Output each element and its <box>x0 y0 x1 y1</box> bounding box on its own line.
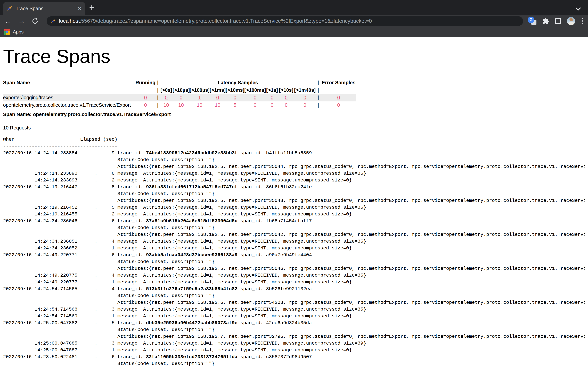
header-running: Running <box>135 79 156 86</box>
latency-count-link[interactable]: 0 <box>180 95 182 100</box>
latency-count-link[interactable]: 10 <box>215 102 220 108</box>
latency-count-link: 0 <box>294 94 316 101</box>
separator: | <box>131 86 135 94</box>
error-count-link: 0 <box>321 101 356 109</box>
separator: | <box>156 94 160 101</box>
latency-count-link: 10 <box>210 101 226 109</box>
page-title: Trace Spans <box>3 46 585 67</box>
running-count-link[interactable]: 0 <box>144 95 147 100</box>
latency-count-link: 0 <box>160 94 173 101</box>
back-button[interactable]: ← <box>4 17 12 25</box>
bucket-label: [>10ms] <box>226 86 244 94</box>
latency-count-link: 0 <box>278 94 294 101</box>
bucket-label: [>1m40s] <box>294 86 316 94</box>
selected-span-label: Span Name: opentelemetry.proto.collector… <box>3 112 585 117</box>
bucket-label: [>10s] <box>278 86 294 94</box>
separator: | <box>156 101 160 109</box>
side-panel-icon[interactable] <box>555 18 561 24</box>
tracez-page: Trace Spans Span Name|Running|Latency Sa… <box>0 46 588 367</box>
latency-count-link: 0 <box>266 94 278 101</box>
running-count-link[interactable]: 0 <box>144 102 147 108</box>
latency-count-link: 10 <box>173 101 190 109</box>
requests-log: When Elapsed (sec) ---------------------… <box>3 136 585 367</box>
latency-count-link: 0 <box>210 94 226 101</box>
trace-id: dbb35e25936a90b4472cabb89073af9e <box>146 320 238 325</box>
latency-count-link[interactable]: 1 <box>198 95 201 100</box>
bucket-label: [>0s] <box>160 86 173 94</box>
bucket-label: [>1ms] <box>210 86 226 94</box>
error-count-link: 0 <box>321 94 356 101</box>
avatar-body <box>568 22 574 25</box>
latency-count-link[interactable]: 0 <box>254 95 256 100</box>
latency-count-link: 0 <box>266 101 278 109</box>
omnibox[interactable]: localhost:55679/debug/tracez?zspanname=o… <box>47 16 523 26</box>
trace-id: 93abb5afcaa0428d37bccee9366188a9 <box>146 252 238 258</box>
extensions-puzzle-icon[interactable] <box>542 17 549 25</box>
bucket-header-row: ||[>0s][>10µs][>100µs][>1ms][>10ms][>100… <box>3 86 356 94</box>
latency-count-link[interactable]: 0 <box>271 102 273 108</box>
separator: | <box>156 86 160 94</box>
tab-search-chevron-icon[interactable] <box>576 5 581 10</box>
apps-shortcut[interactable]: Apps <box>13 29 24 35</box>
tab-close-icon[interactable]: × <box>78 5 82 12</box>
latency-count-link[interactable]: 10 <box>164 102 169 108</box>
toolbar-page-divider <box>0 37 588 37</box>
running-count-link: 0 <box>135 94 156 101</box>
latency-count-link[interactable]: 0 <box>285 95 287 100</box>
span-row: opentelemetry.proto.collector.trace.v1.T… <box>3 101 356 109</box>
latency-count-link: 10 <box>160 101 173 109</box>
translate-icon[interactable]: G <box>528 17 536 25</box>
separator: | <box>316 86 321 94</box>
latency-count-link[interactable]: 0 <box>254 102 256 108</box>
request-count: 10 Requests <box>3 125 585 131</box>
header-span-name: Span Name <box>3 79 131 86</box>
latency-count-link: 1 <box>190 94 210 101</box>
table-header-row: Span Name|Running|Latency Samples|Error … <box>3 79 356 86</box>
running-count-link: 0 <box>135 101 156 109</box>
latency-count-link: 0 <box>226 94 244 101</box>
separator: | <box>156 79 160 86</box>
table-cell <box>3 86 131 94</box>
latency-count-link[interactable]: 0 <box>303 95 306 100</box>
latency-count-link[interactable]: 0 <box>285 102 287 108</box>
latency-count-link[interactable]: 0 <box>233 95 236 100</box>
tab-title: Trace Spans <box>16 6 78 11</box>
separator: | <box>316 79 321 86</box>
separator: | <box>131 101 135 109</box>
browser-toolbar: ← → localhost:55679/debug/tracez?zspanna… <box>0 15 588 27</box>
trace-id: 513b3f1c276a7159c5a2a33b88b4fc82 <box>146 286 238 292</box>
bucket-label: [>100ms] <box>244 86 266 94</box>
latency-count-link[interactable]: 0 <box>216 95 219 100</box>
span-summary-table: Span Name|Running|Latency Samples|Error … <box>3 79 356 109</box>
forward-button[interactable]: → <box>18 17 25 25</box>
separator: | <box>131 79 135 86</box>
latency-count-link[interactable]: 5 <box>233 102 236 108</box>
browser-menu-icon[interactable] <box>581 17 584 25</box>
latency-count-link[interactable]: 0 <box>271 95 273 100</box>
bucket-label: [>100µs] <box>190 86 210 94</box>
table-cell <box>135 86 156 94</box>
latency-count-link: 0 <box>294 101 316 109</box>
bucket-label: [>10µs] <box>173 86 190 94</box>
apps-grid-icon[interactable] <box>4 29 10 35</box>
trace-id: 936fa38fcfed661712ba547f5ed747cf <box>146 184 238 190</box>
bucket-label: [>1s] <box>266 86 278 94</box>
reload-button[interactable] <box>32 18 38 25</box>
header-latency-samples: Latency Samples <box>160 79 316 86</box>
latency-count-link[interactable]: 10 <box>178 102 184 108</box>
tab-strip: Trace Spans × + <box>0 0 588 15</box>
trace-id: 37a81c9b615b204a6e515df533004d5c <box>146 218 238 224</box>
avatar-head <box>570 18 573 21</box>
latency-count-link: 10 <box>190 101 210 109</box>
error-count-link[interactable]: 0 <box>337 102 340 108</box>
profile-avatar[interactable] <box>567 17 575 25</box>
browser-tab[interactable]: Trace Spans × <box>3 2 85 15</box>
separator: | <box>316 101 321 109</box>
translate-g-square: G <box>528 17 534 23</box>
url-host: localhost <box>59 18 80 24</box>
error-count-link[interactable]: 0 <box>337 95 340 100</box>
new-tab-button[interactable]: + <box>89 2 94 13</box>
latency-count-link[interactable]: 0 <box>165 95 168 100</box>
latency-count-link[interactable]: 10 <box>197 102 202 108</box>
latency-count-link[interactable]: 0 <box>303 102 306 108</box>
